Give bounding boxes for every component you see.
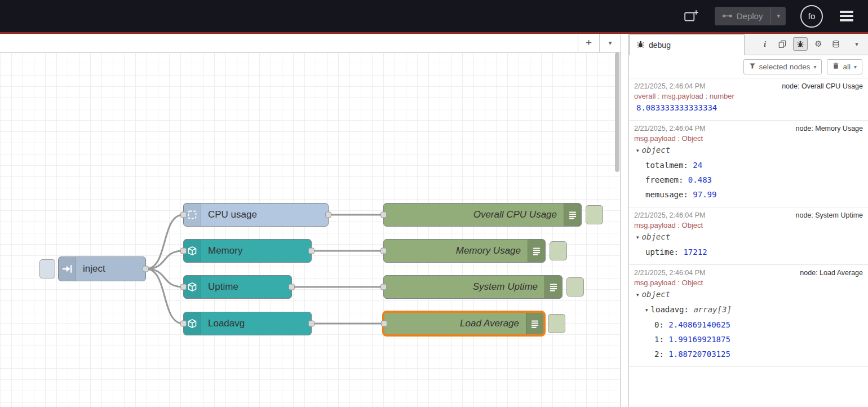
info-tab-icon[interactable]: i bbox=[758, 38, 772, 50]
debug-value: 8.083333333333334 bbox=[636, 103, 717, 112]
debug-tab-icon[interactable] bbox=[793, 37, 808, 51]
debug-key: 2: bbox=[654, 350, 668, 359]
node-input-port[interactable] bbox=[380, 284, 387, 290]
debug-row: totalmem: 24 bbox=[634, 158, 863, 172]
debug-row: ▾loadavg: array[3] bbox=[634, 302, 863, 317]
flow-node-inject[interactable]: inject bbox=[58, 256, 146, 281]
header-export-icon[interactable] bbox=[683, 8, 700, 25]
clear-label: all bbox=[843, 63, 851, 71]
debug-value: array[3] bbox=[693, 305, 731, 314]
debug-key: 0: bbox=[654, 320, 668, 329]
debug-message: 2/21/2025, 2:46:04 PMnode: System Uptime… bbox=[629, 207, 868, 265]
inject-arrow-icon bbox=[59, 257, 76, 281]
main-menu-icon[interactable] bbox=[838, 8, 856, 24]
sidebar-resizer[interactable] bbox=[621, 34, 628, 407]
debug-toggle-button[interactable] bbox=[566, 277, 584, 297]
debug-value: object bbox=[642, 232, 671, 241]
debug-row: ▾object bbox=[634, 287, 863, 302]
collapse-caret-icon[interactable]: ▾ bbox=[645, 303, 648, 317]
deploy-options-button[interactable]: ▾ bbox=[770, 7, 786, 25]
add-flow-button[interactable]: + bbox=[578, 34, 599, 52]
collapse-caret-icon[interactable]: ▾ bbox=[636, 230, 639, 245]
node-label: System Uptime bbox=[384, 276, 544, 298]
filter-nodes-button[interactable]: selected nodes ▾ bbox=[743, 59, 822, 74]
debug-list-icon bbox=[544, 276, 562, 298]
deploy-label: Deploy bbox=[737, 11, 763, 21]
node-input-port[interactable] bbox=[381, 321, 387, 327]
node-input-port[interactable] bbox=[180, 248, 187, 254]
deploy-icon bbox=[723, 11, 732, 21]
flow-node-load-average[interactable]: Load Average bbox=[383, 312, 544, 335]
debug-value: 97.99 bbox=[693, 190, 716, 199]
debug-timestamp: 2/21/2025, 2:46:04 PM bbox=[634, 125, 705, 132]
flow-node-loadavg[interactable]: Loadavg bbox=[183, 312, 312, 335]
debug-row: memusage: 97.99 bbox=[634, 187, 863, 202]
flow-node-uptime[interactable]: Uptime bbox=[183, 275, 292, 299]
gear-icon[interactable]: ⚙ bbox=[812, 38, 825, 50]
node-input-port[interactable] bbox=[180, 284, 187, 290]
node-label: CPU usage bbox=[201, 203, 328, 226]
debug-message: 2/21/2025, 2:46:04 PMnode: Memory Usagem… bbox=[629, 121, 868, 207]
wire bbox=[146, 269, 183, 287]
user-avatar[interactable]: fo bbox=[800, 5, 823, 28]
debug-toolbar: selected nodes ▾ all ▾ bbox=[629, 55, 868, 78]
debug-toggle-button[interactable] bbox=[550, 241, 567, 260]
debug-row: ▾object bbox=[634, 143, 863, 158]
debug-timestamp: 2/21/2025, 2:46:04 PM bbox=[634, 211, 705, 219]
deploy-button[interactable]: Deploy ▾ bbox=[715, 7, 786, 25]
debug-source-node: node: Overall CPU Usage bbox=[782, 82, 863, 90]
debug-value: 2.40869140625 bbox=[668, 320, 730, 329]
canvas-scrollbar-thumb[interactable] bbox=[615, 52, 619, 172]
clear-messages-button[interactable]: all ▾ bbox=[827, 59, 862, 74]
help-docs-icon[interactable] bbox=[776, 38, 789, 50]
debug-value: 0.483 bbox=[688, 175, 712, 184]
collapse-caret-icon[interactable]: ▾ bbox=[636, 143, 639, 158]
node-output-port[interactable] bbox=[143, 266, 149, 272]
debug-payload-path: msg.payload : Object bbox=[634, 134, 863, 143]
tab-debug[interactable]: debug bbox=[629, 34, 745, 55]
collapse-caret-icon[interactable]: ▾ bbox=[636, 287, 639, 302]
node-input-port[interactable] bbox=[180, 212, 187, 218]
flow-node-system-uptime[interactable]: System Uptime bbox=[383, 275, 563, 299]
sidebar-menu-caret-icon[interactable]: ▾ bbox=[850, 38, 863, 50]
flow-node-memory[interactable]: Memory bbox=[183, 239, 312, 263]
debug-timestamp: 2/21/2025, 2:46:04 PM bbox=[634, 82, 705, 90]
debug-value: 17212 bbox=[683, 247, 707, 256]
debug-source-node: node: Load Average bbox=[800, 269, 863, 277]
debug-message: 2/21/2025, 2:46:04 PMnode: Overall CPU U… bbox=[629, 78, 868, 121]
debug-payload-path: msg.payload : Object bbox=[634, 278, 863, 287]
debug-message-list: 2/21/2025, 2:46:04 PMnode: Overall CPU U… bbox=[629, 78, 868, 407]
node-input-port[interactable] bbox=[380, 212, 387, 218]
flow-list-button[interactable]: ▾ bbox=[599, 34, 621, 52]
debug-toggle-button[interactable] bbox=[586, 205, 603, 224]
debug-row: freemem: 0.483 bbox=[634, 172, 863, 187]
flow-node-memory-usage[interactable]: Memory Usage bbox=[383, 239, 546, 263]
flow-node-overall-cpu[interactable]: Overall CPU Usage bbox=[383, 203, 582, 227]
tab-debug-label: debug bbox=[649, 41, 671, 50]
debug-list-icon bbox=[526, 313, 543, 334]
debug-row: 2: 1.88720703125 bbox=[634, 347, 863, 361]
chevron-down-icon: ▾ bbox=[777, 12, 780, 20]
debug-message: 2/21/2025, 2:46:04 PMnode: Load Averagem… bbox=[629, 265, 868, 367]
node-output-port[interactable] bbox=[289, 284, 295, 290]
debug-value: object bbox=[642, 290, 671, 299]
canvas-scrollbar[interactable] bbox=[615, 52, 619, 407]
node-input-port[interactable] bbox=[180, 321, 187, 327]
node-output-port[interactable] bbox=[325, 212, 331, 218]
node-output-port[interactable] bbox=[308, 321, 315, 327]
debug-payload-path: msg.payload : Object bbox=[634, 221, 863, 229]
chevron-down-icon: ▾ bbox=[854, 64, 857, 70]
debug-value: 24 bbox=[693, 161, 702, 170]
flow-node-cpu-usage[interactable]: CPU usage bbox=[183, 203, 329, 227]
debug-toggle-button[interactable] bbox=[548, 314, 565, 333]
trash-icon bbox=[832, 62, 839, 71]
node-input-port[interactable] bbox=[380, 248, 387, 254]
wires-layer bbox=[0, 52, 621, 407]
flow-canvas[interactable]: injectCPU usageMemoryUptimeLoadavgOveral… bbox=[0, 52, 621, 407]
flow-workspace: + ▾ injectCPU usageMemoryUptimeLoadavgOv… bbox=[0, 34, 621, 407]
debug-payload-path: overall : msg.payload : number bbox=[634, 92, 863, 100]
inject-button[interactable] bbox=[39, 259, 55, 278]
node-label: Loadavg bbox=[201, 312, 311, 335]
context-data-icon[interactable] bbox=[829, 38, 843, 50]
node-output-port[interactable] bbox=[308, 248, 315, 254]
